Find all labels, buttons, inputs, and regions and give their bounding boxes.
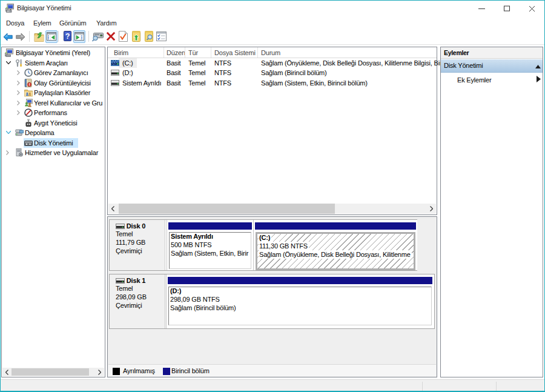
svg-text:?: ? <box>65 32 70 41</box>
